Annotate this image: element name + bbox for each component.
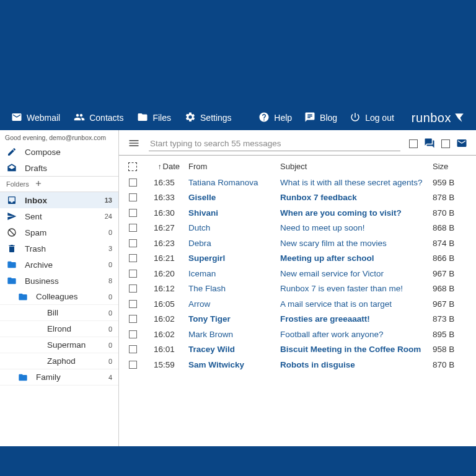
sidebar-folder-elrond[interactable]: Elrond0	[0, 321, 118, 337]
row-size: 895 B	[433, 330, 467, 339]
nav-webmail[interactable]: Webmail	[11, 112, 60, 125]
mail-open-icon	[6, 162, 17, 174]
preview-toggle-checkbox[interactable]	[441, 139, 450, 148]
sidebar-folder-zaphod[interactable]: Zaphod0	[0, 353, 118, 369]
row-time: 16:27	[145, 223, 183, 232]
drafts-button[interactable]: Drafts	[0, 160, 118, 176]
row-subject: Robots in disguise	[280, 360, 428, 369]
main-pane: ↑Date From Subject Size 16:35Tatiana Rom…	[119, 130, 476, 446]
sidebar-folder-bill[interactable]: Bill0	[0, 305, 118, 321]
folder-icon	[6, 275, 17, 286]
sidebar-archive[interactable]: Archive0	[0, 257, 118, 273]
thread-toggle-checkbox[interactable]	[409, 139, 418, 148]
row-subject: A mail service that is on target	[280, 299, 428, 309]
row-checkbox[interactable]	[125, 270, 140, 278]
row-checkbox[interactable]	[125, 361, 140, 369]
row-subject: Runbox 7 feedback	[280, 193, 428, 202]
col-from-header[interactable]: From	[188, 162, 275, 171]
brand-logo[interactable]: runbox	[412, 111, 465, 125]
row-checkbox[interactable]	[125, 315, 140, 323]
message-row[interactable]: 16:01Tracey WildBiscuit Meeting in the C…	[119, 342, 476, 358]
row-size: 874 B	[433, 239, 467, 248]
row-checkbox[interactable]	[125, 300, 140, 308]
brand-text: runbox	[412, 111, 451, 125]
sidebar-folder-superman[interactable]: Superman0	[0, 337, 118, 353]
row-checkbox[interactable]	[125, 345, 140, 353]
col-size-header[interactable]: Size	[433, 162, 467, 171]
row-subject: New scary film at the movies	[280, 239, 428, 248]
row-time: 16:35	[145, 178, 183, 187]
nav-files[interactable]: Files	[137, 112, 171, 125]
sidebar-trash[interactable]: Trash3	[0, 240, 118, 257]
row-checkbox[interactable]	[125, 209, 140, 217]
nav-log-out[interactable]: Log out	[350, 112, 394, 125]
message-row[interactable]: 16:33GiselleRunbox 7 feedback878 B	[119, 190, 476, 206]
nav-contacts[interactable]: Contacts	[74, 112, 123, 125]
spam-icon	[6, 227, 17, 238]
thread-icon[interactable]	[424, 138, 435, 151]
select-all-button[interactable]	[125, 162, 140, 171]
row-subject: Need to meet up soon!	[280, 223, 428, 232]
sidebar: Good evening, demo@runbox.com Compose Dr…	[0, 130, 119, 446]
sidebar-sent[interactable]: Sent24	[0, 208, 118, 224]
add-folder-button[interactable]	[34, 179, 43, 189]
toolbar-icons	[409, 138, 467, 151]
row-size: 873 B	[433, 314, 467, 324]
nav-settings[interactable]: Settings	[185, 112, 232, 125]
sidebar-folder-colleagues[interactable]: Colleagues0	[0, 289, 118, 305]
row-checkbox[interactable]	[125, 239, 140, 247]
row-size: 959 B	[433, 178, 467, 187]
sidebar-business[interactable]: Business8	[0, 273, 118, 289]
nav-help[interactable]: Help	[258, 112, 292, 125]
row-checkbox[interactable]	[125, 330, 140, 338]
row-checkbox[interactable]	[125, 284, 140, 293]
message-row[interactable]: 16:35Tatiana RomanovaWhat is it with all…	[119, 175, 476, 190]
row-from: Giselle	[188, 193, 275, 202]
brand-arrow-icon	[454, 112, 465, 123]
row-time: 16:23	[145, 239, 183, 248]
row-time: 16:33	[145, 193, 183, 202]
folders-label: Folders	[6, 180, 29, 188]
message-row[interactable]: 16:05ArrowA mail service that is on targ…	[119, 296, 476, 312]
message-row[interactable]: 16:27DutchNeed to meet up soon!868 B	[119, 221, 476, 236]
mail-icon[interactable]	[456, 138, 467, 151]
mail-icon	[11, 112, 22, 125]
message-row[interactable]: 16:02Mark BrownFootball after work anyon…	[119, 327, 476, 342]
contacts-icon	[74, 112, 85, 125]
row-from: The Flash	[188, 284, 275, 293]
row-from: Supergirl	[188, 253, 275, 263]
message-row[interactable]: 16:21SupergirlMeeting up after school866…	[119, 251, 476, 267]
message-row[interactable]: 16:20IcemanNew email service for Victor9…	[119, 266, 476, 281]
row-from: Sam Witwicky	[188, 360, 275, 369]
folder-icon	[17, 292, 29, 302]
row-from: Dutch	[188, 223, 275, 232]
sidebar-spam[interactable]: Spam0	[0, 224, 118, 240]
message-row[interactable]: 16:12The FlashRunbox 7 is even faster th…	[119, 281, 476, 297]
message-row[interactable]: 16:30ShivaniWhen are you coming to visit…	[119, 205, 476, 221]
col-subject-header[interactable]: Subject	[280, 162, 428, 171]
sidebar-folder-family[interactable]: Family4	[0, 369, 118, 386]
header-bar: WebmailContactsFilesSettings HelpBlogLog…	[0, 105, 476, 130]
row-checkbox[interactable]	[125, 224, 140, 232]
row-time: 16:02	[145, 314, 183, 324]
col-date-header[interactable]: ↑Date	[145, 162, 183, 171]
row-checkbox[interactable]	[125, 178, 140, 187]
message-row[interactable]: 15:59Sam WitwickyRobots in disguise870 B	[119, 357, 476, 372]
message-row[interactable]: 16:23DebraNew scary film at the movies87…	[119, 236, 476, 251]
row-from: Debra	[188, 239, 275, 248]
toolbar	[119, 130, 476, 156]
row-time: 16:05	[145, 299, 183, 309]
row-size: 870 B	[433, 208, 467, 218]
search-input[interactable]	[149, 136, 400, 151]
compose-button[interactable]: Compose	[0, 144, 118, 160]
menu-button[interactable]	[128, 137, 140, 151]
sidebar-inbox[interactable]: Inbox13	[0, 192, 118, 208]
row-checkbox[interactable]	[125, 193, 140, 201]
nav-blog[interactable]: Blog	[304, 112, 337, 125]
message-row[interactable]: 16:02Tony TigerFrosties are greeaaatt!87…	[119, 312, 476, 327]
row-size: 878 B	[433, 193, 467, 202]
row-time: 16:02	[145, 330, 183, 339]
row-checkbox[interactable]	[125, 254, 140, 262]
row-size: 967 B	[433, 299, 467, 309]
blog-icon	[304, 112, 315, 125]
